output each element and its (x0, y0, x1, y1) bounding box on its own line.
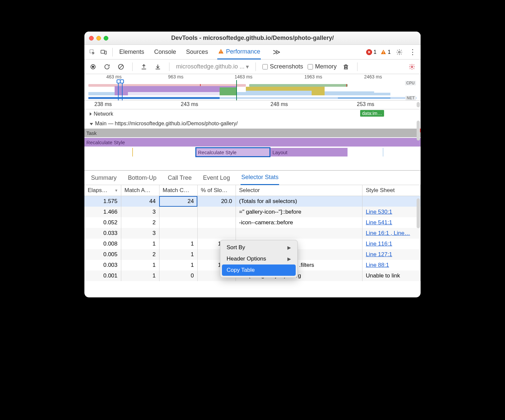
svg-rect-4 (221, 52, 221, 53)
table-row[interactable]: 0.0333 Line 16:1 , Line… (84, 228, 421, 239)
table-scrollbar-thumb[interactable] (417, 198, 420, 228)
focused-cell[interactable]: 24 (159, 196, 197, 207)
svg-point-9 (92, 65, 94, 68)
col-pct-slow[interactable]: % of Slo… (197, 185, 236, 196)
more-tabs-button[interactable]: ≫ (273, 48, 280, 56)
tab-bottom-up[interactable]: Bottom-Up (127, 171, 157, 185)
ctx-copy-table[interactable]: Copy Table (222, 264, 296, 276)
svg-rect-1 (101, 50, 105, 53)
recalculate-style-selected-bar[interactable]: Recalculate Style (196, 148, 270, 157)
svg-point-7 (399, 51, 400, 53)
origin-dropdown[interactable]: microsoftedge.github.io ... ▾ (176, 63, 249, 70)
stylesheet-link[interactable]: Line 530:1 (366, 209, 392, 215)
stylesheet-link[interactable]: Line 116:1 (366, 241, 392, 247)
upload-icon[interactable] (139, 62, 149, 71)
download-icon[interactable] (153, 62, 162, 71)
tab-performance[interactable]: Performance (217, 45, 261, 59)
layout-bar[interactable]: Layout (270, 148, 348, 157)
col-style-sheet[interactable]: Style Sheet (362, 185, 421, 196)
ctx-sort-by[interactable]: Sort By ▶ (222, 242, 296, 253)
performance-toolbar: microsoftedge.github.io ... ▾ Screenshot… (84, 59, 421, 74)
chevron-down-icon: ▾ (246, 63, 249, 70)
vertical-scrollbar-thumb[interactable] (417, 102, 420, 107)
col-elapsed[interactable]: Elaps…▼ (84, 185, 121, 196)
settings-icon[interactable] (395, 48, 404, 57)
flame-chart[interactable]: Network data:im… Main — https://microsof… (84, 109, 421, 170)
device-toolbar-icon[interactable] (99, 48, 108, 57)
kebab-menu-icon[interactable]: ⋮ (408, 48, 417, 57)
reload-icon[interactable] (102, 62, 112, 71)
memory-checkbox[interactable]: Memory (308, 63, 337, 70)
chevron-right-icon: ▶ (287, 256, 291, 262)
table-row[interactable]: 1.4663 =" gallery-icon--"]::beforeLine 5… (84, 207, 421, 217)
panel-tabs-row: Elements Console Sources Performance ≫ ✕… (84, 45, 421, 59)
tab-selector-stats[interactable]: Selector Stats (241, 170, 279, 185)
network-item-chip[interactable]: data:im… (360, 110, 384, 117)
devtools-window: DevTools - microsoftedge.github.io/Demos… (84, 32, 421, 297)
minimize-window-button[interactable] (96, 36, 101, 41)
tab-event-log[interactable]: Event Log (202, 171, 231, 185)
tab-elements[interactable]: Elements (119, 45, 145, 59)
stylesheet-link[interactable]: Line 88:1 (366, 262, 389, 268)
timeline-ruler[interactable]: 238 ms 243 ms 248 ms 253 ms (84, 101, 421, 109)
warning-count-badge[interactable]: 1 (380, 49, 391, 55)
svg-rect-6 (383, 53, 384, 54)
task-bar[interactable]: Task (84, 129, 421, 137)
error-icon: ✕ (366, 49, 372, 55)
selection-handle-right[interactable] (120, 79, 124, 83)
record-button-icon[interactable] (88, 62, 98, 71)
svg-rect-2 (105, 51, 106, 54)
tab-call-tree[interactable]: Call Tree (167, 171, 192, 185)
maximize-window-button[interactable] (104, 36, 108, 41)
window-title: DevTools - microsoftedge.github.io/Demos… (84, 35, 421, 42)
sort-desc-icon: ▼ (115, 188, 118, 192)
svg-line-11 (119, 65, 123, 68)
recalculate-style-bar[interactable]: Recalculate Style (84, 138, 421, 147)
stylesheet-link[interactable]: Line 127:1 (366, 251, 392, 258)
collapse-icon[interactable] (90, 123, 93, 125)
capture-settings-icon[interactable] (407, 62, 417, 71)
warning-icon (380, 49, 386, 55)
tab-sources[interactable]: Sources (185, 45, 209, 59)
svg-rect-3 (221, 51, 221, 52)
col-match-attempts[interactable]: Match A… (121, 185, 159, 196)
stylesheet-link[interactable]: Line 541:1 (366, 219, 392, 226)
timeline-overview[interactable]: 463 ms 963 ms 1463 ms 1963 ms 2463 ms (84, 74, 421, 101)
tab-summary[interactable]: Summary (90, 171, 117, 185)
table-row[interactable]: 1.575 44 24 20.0 (Totals for all selecto… (84, 196, 421, 207)
close-window-button[interactable] (89, 36, 94, 41)
flame-scrollbar-thumb[interactable] (417, 121, 420, 141)
context-menu: Sort By ▶ Header Options ▶ Copy Table (220, 240, 298, 278)
stylesheet-link[interactable]: Line 16:1 , Line… (366, 230, 410, 236)
ctx-header-options[interactable]: Header Options ▶ (222, 253, 296, 264)
details-tabs: Summary Bottom-Up Call Tree Event Log Se… (84, 170, 421, 185)
col-match-count[interactable]: Match C… (159, 185, 197, 196)
garbage-collect-icon[interactable] (341, 62, 351, 71)
tab-console[interactable]: Console (153, 45, 177, 59)
screenshots-checkbox[interactable]: Screenshots (262, 63, 303, 70)
cpu-label: CPU (405, 81, 416, 85)
chevron-right-icon: ▶ (287, 245, 291, 250)
col-selector[interactable]: Selector (236, 185, 362, 196)
inspect-element-icon[interactable] (88, 48, 97, 57)
net-label: NET (405, 96, 416, 100)
expand-icon[interactable] (90, 112, 92, 116)
svg-rect-5 (383, 51, 384, 53)
svg-point-12 (411, 66, 413, 67)
error-count-badge[interactable]: ✕ 1 (366, 49, 376, 55)
warning-icon (218, 49, 224, 54)
table-row[interactable]: 0.0522 -icon--camera::beforeLine 541:1 (84, 217, 421, 228)
titlebar: DevTools - microsoftedge.github.io/Demos… (84, 32, 421, 45)
clear-icon[interactable] (116, 62, 126, 71)
